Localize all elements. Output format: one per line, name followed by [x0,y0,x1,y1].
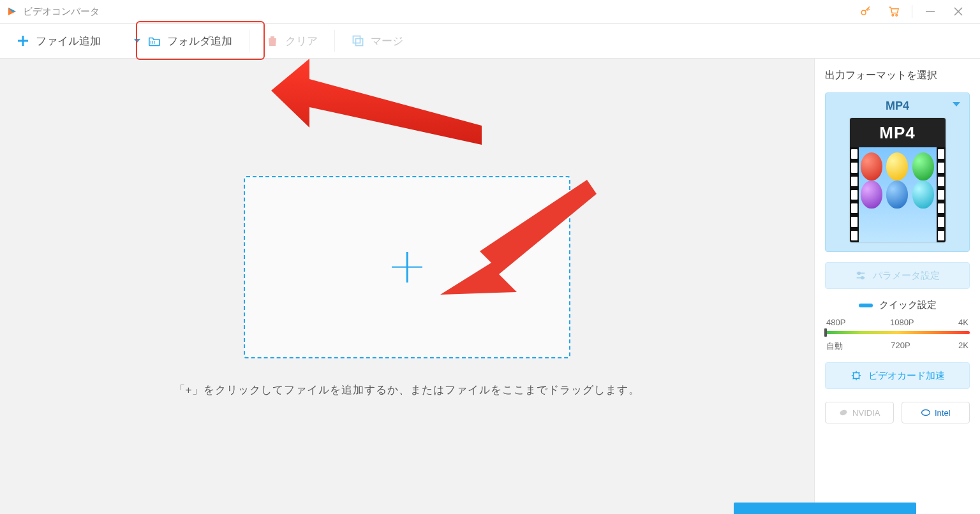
gpu-row: NVIDIA Intel [825,402,970,423]
svg-point-13 [922,410,930,416]
add-plus-icon [392,252,422,283]
app-logo-icon [6,6,18,17]
chip-icon [850,370,862,381]
nvidia-icon [838,408,849,418]
preset-label: 720P [891,341,910,352]
parameter-settings-button[interactable]: パラメータ設定 [825,262,970,289]
trash-icon [266,34,279,47]
key-icon[interactable] [852,0,880,23]
sliders-icon [855,270,866,281]
preset-label: 2K [958,341,969,352]
preset-label: 480P [826,318,845,327]
gpu-nvidia-label: NVIDIA [852,408,880,418]
main-area: 「+」をクリックしてファイルを追加するか、またはファイルをここまでドラッグします… [0,59,980,514]
gpu-nvidia[interactable]: NVIDIA [825,402,894,423]
add-file-label: ファイル追加 [36,34,101,48]
svg-rect-5 [18,40,28,42]
cart-icon[interactable] [880,0,908,23]
format-thumbnail: MP4 [850,118,946,242]
add-folder-button[interactable]: フォルダ追加 [117,24,249,58]
app-title: ビデオコンバータ [23,6,100,18]
workspace: 「+」をクリックしてファイルを追加するか、またはファイルをここまでドラッグします… [0,59,814,514]
svg-rect-12 [853,373,859,379]
merge-icon [352,34,364,47]
preset-labels-bottom: 自動 720P 2K [825,341,970,352]
bottom-action-bar[interactable] [734,503,916,514]
format-label: MP4 [886,99,909,113]
add-file-button[interactable]: ファイル追加 [0,24,117,58]
gpu-accel-button[interactable]: ビデオカード加速 [825,362,970,389]
thumb-badge: MP4 [850,118,946,147]
svg-marker-8 [271,59,482,145]
add-folder-label: フォルダ追加 [167,34,232,48]
svg-rect-7 [356,39,363,46]
merge-button[interactable]: マージ [335,24,420,58]
format-selector[interactable]: MP4 MP4 [825,92,970,252]
quick-icon [859,304,873,307]
dropzone[interactable] [244,176,570,358]
chevron-down-icon [953,102,960,106]
titlebar: ビデオコンバータ [0,0,980,23]
preset-label: 自動 [826,341,843,352]
close-icon[interactable] [944,0,972,23]
gpu-accel-label: ビデオカード加速 [868,370,945,382]
quick-settings: クイック設定 480P 1080P 4K 自動 720P 2K [825,299,970,352]
output-format-title: 出力フォーマットを選択 [825,69,970,82]
toolbar: ファイル追加 フォルダ追加 クリア マージ [0,23,980,59]
svg-point-1 [892,15,894,17]
dropzone-hint: 「+」をクリックしてファイルを追加するか、またはファイルをここまでドラッグします… [174,383,641,397]
intel-icon [921,408,931,418]
param-settings-label: パラメータ設定 [873,270,940,282]
gpu-intel[interactable]: Intel [902,402,970,423]
svg-rect-3 [926,11,935,12]
slider-knob[interactable] [824,328,827,337]
svg-point-0 [861,10,866,15]
chevron-down-icon [134,39,140,43]
preset-labels-top: 480P 1080P 4K [825,318,970,327]
preset-label: 4K [958,318,969,327]
minimize-icon[interactable] [916,0,944,23]
quick-settings-label: クイック設定 [879,299,937,311]
svg-point-10 [858,272,861,275]
quality-slider[interactable] [825,331,970,334]
plus-icon [17,34,29,47]
clear-button[interactable]: クリア [249,24,334,58]
svg-rect-6 [353,36,360,43]
clear-label: クリア [285,34,318,48]
gpu-intel-label: Intel [935,408,951,418]
annotation-arrow-icon [258,52,488,193]
sidepanel: 出力フォーマットを選択 MP4 MP4 パラメータ設定 [814,59,980,514]
preset-label: 1080P [890,318,914,327]
svg-point-2 [896,15,898,17]
svg-point-11 [861,277,864,279]
titlebar-divider [912,5,912,18]
folder-icon [148,34,161,47]
merge-label: マージ [371,34,403,48]
